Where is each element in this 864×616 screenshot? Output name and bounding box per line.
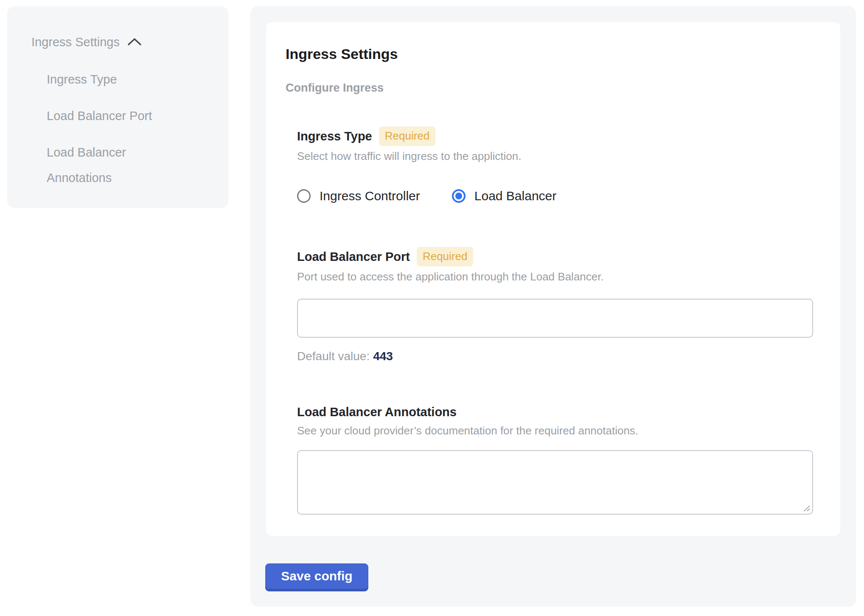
- chevron-up-icon: [127, 37, 142, 47]
- settings-sidebar: Ingress Settings Ingress Type Load Balan…: [7, 6, 228, 208]
- default-value-line: Default value:443: [297, 349, 813, 364]
- default-value: 443: [373, 350, 393, 363]
- load-balancer-annotations-textarea[interactable]: [297, 450, 813, 515]
- field-label-load-balancer-annotations: Load Balancer Annotations: [297, 403, 457, 420]
- field-description-ingress-type: Select how traffic will ingress to the a…: [297, 148, 813, 164]
- field-description-load-balancer-port: Port used to access the application thro…: [297, 269, 813, 284]
- radio-option-ingress-controller[interactable]: Ingress Controller: [297, 189, 420, 203]
- main-panel: Ingress Settings Configure Ingress Ingre…: [250, 6, 856, 607]
- default-value-label: Default value:: [297, 350, 370, 363]
- radio-icon[interactable]: [297, 189, 311, 203]
- sidebar-section-label: Ingress Settings: [31, 34, 120, 50]
- save-config-button[interactable]: Save config: [265, 563, 368, 589]
- field-label-ingress-type: Ingress Type: [297, 128, 372, 145]
- load-balancer-port-input[interactable]: [297, 299, 813, 338]
- ingress-settings-card: Ingress Settings Configure Ingress Ingre…: [266, 22, 840, 536]
- page-subtitle: Configure Ingress: [286, 80, 813, 95]
- field-load-balancer-annotations: Load Balancer Annotations See your cloud…: [297, 403, 813, 515]
- field-description-load-balancer-annotations: See your cloud provider’s documentation …: [297, 423, 813, 438]
- field-label-load-balancer-port: Load Balancer Port: [297, 248, 410, 265]
- radio-option-load-balancer[interactable]: Load Balancer: [452, 189, 556, 203]
- required-badge: Required: [417, 247, 474, 266]
- sidebar-item-load-balancer-annotations[interactable]: Load Balancer Annotations: [47, 140, 176, 190]
- ingress-type-radio-group: Ingress Controller Load Balancer: [297, 189, 813, 203]
- resize-handle-icon[interactable]: [802, 504, 811, 512]
- required-badge: Required: [379, 126, 436, 146]
- radio-label: Ingress Controller: [320, 189, 420, 203]
- radio-label: Load Balancer: [474, 189, 556, 203]
- field-load-balancer-port: Load Balancer Port Required Port used to…: [297, 247, 813, 364]
- field-ingress-type: Ingress Type Required Select how traffic…: [297, 126, 813, 203]
- sidebar-item-list: Ingress Type Load Balancer Port Load Bal…: [47, 67, 176, 190]
- sidebar-item-load-balancer-port[interactable]: Load Balancer Port: [47, 103, 176, 129]
- radio-icon[interactable]: [452, 189, 466, 203]
- page-title: Ingress Settings: [286, 45, 813, 63]
- sidebar-item-ingress-type[interactable]: Ingress Type: [47, 67, 176, 92]
- sidebar-section-ingress-settings[interactable]: Ingress Settings: [31, 34, 220, 50]
